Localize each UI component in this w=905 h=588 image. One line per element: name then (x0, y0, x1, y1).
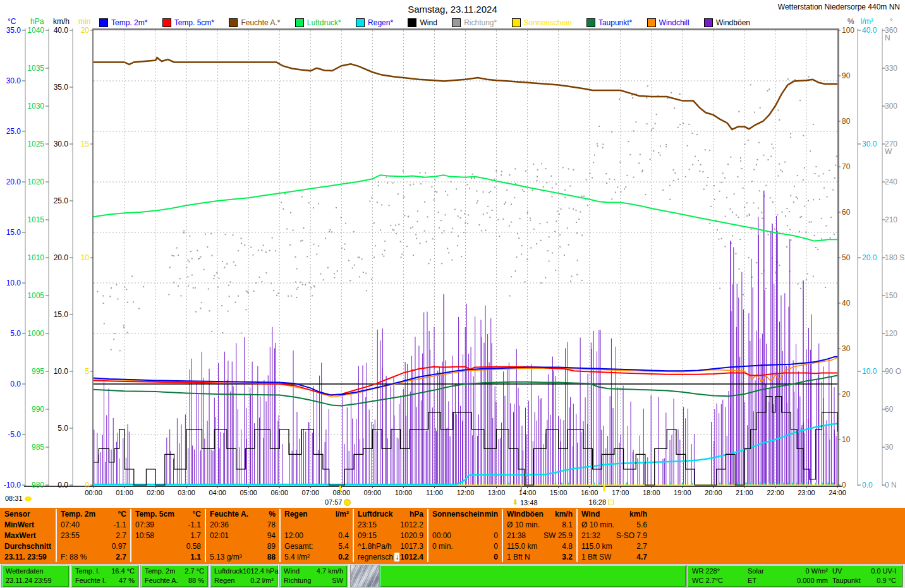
column-header-regen: Regenl/m² (280, 510, 353, 520)
axis-c-tick-label: 30.0 (0, 77, 21, 85)
status-section-weather-icon (350, 565, 379, 587)
cell-temp-5cm-r4: 1.1 (131, 553, 205, 563)
status-label: Richtung (284, 577, 311, 584)
x-axis-label: 15:00 (545, 489, 573, 496)
status-row: ET0.000 mm (748, 577, 828, 584)
column-divider (130, 509, 131, 562)
cell-temp-2m-r2: 23:552.7 (56, 531, 131, 541)
statistics-table: SensorMinWertMaxWertDurchschnitt23.11. 2… (0, 507, 905, 565)
status-value: 88 % (188, 577, 204, 584)
axis-c-tick-label: 15.0 (0, 229, 21, 236)
axis-l-m-tick-label: 20.0 (862, 254, 877, 261)
status-value: 16.4 °C (111, 567, 135, 575)
axis-unit-min: min (78, 18, 90, 25)
cell-label: 1 Bft SW (581, 553, 611, 563)
status-row: Solar0 W/m² (748, 567, 828, 575)
cell-label: Durchschnitt (4, 542, 51, 552)
axis-unit-: % (847, 18, 854, 25)
x-axis-label: 06:00 (265, 489, 293, 496)
cell-windb-en-r1: Ø 10 min.8.1 (502, 520, 577, 531)
axis-l-m-tick-label: 0.0 (862, 481, 873, 489)
cell-value: 5.6 (636, 520, 647, 531)
axis-hpa-tick-label: 1015 (9, 216, 44, 224)
column-header-temp-5cm: Temp. 5cm°C (131, 510, 205, 520)
marker-time: 08:31 (5, 495, 23, 502)
cell-label: Luftdruck (358, 510, 392, 520)
cell-value: hPa (410, 510, 423, 520)
cell-label: regnerisch (358, 553, 393, 563)
x-axis-label: 04:00 (203, 489, 231, 496)
axis-min-tick-label: 10 (54, 254, 89, 261)
cell-label: 00:00 (432, 531, 451, 541)
cell-label: 5.4 l/m² (284, 553, 310, 563)
rain-clouds-icon (351, 565, 379, 587)
x-axis-label: 03:00 (173, 489, 200, 496)
axis-km-h-tick-label: 15.0 (33, 311, 68, 318)
cell-sonnenschein-r4: 0 (428, 553, 502, 563)
cell-luftdruck-r2: 09:151020.9 (353, 531, 428, 541)
status-label: Wind (284, 567, 300, 575)
cell-value: -1.1 (113, 520, 126, 531)
axis--tick-label: 210 (885, 216, 897, 224)
cell-label: 20:36 (210, 520, 229, 531)
cell-wind-r2: 21:32S-SO 7.9 (577, 531, 652, 541)
column-divider (502, 509, 503, 562)
x-axis-label: 12:00 (452, 489, 480, 496)
x-axis-label: 07:00 (296, 489, 324, 496)
status-row: Taupunkt0.9 °C (832, 577, 896, 584)
cell-temp-2m-r3: 0.97 (56, 542, 131, 552)
cell-label: 02:01 (210, 531, 229, 541)
column-header-windb-en: Windböenkm/h (502, 510, 577, 520)
cell-temp-2m-r1: 07:40-1.1 (56, 520, 131, 531)
row-label-maxwert: MaxWert (0, 531, 56, 541)
status-value: 4.7 km/h (317, 567, 343, 575)
cell-label: 12:00 (284, 531, 303, 541)
axis-l-m-tick-label: 10.0 (862, 368, 877, 375)
status-section-wind: Wind4.7 km/hRichtungSW (279, 565, 348, 587)
cell-sonnenschein-r2: 00:000 (428, 531, 502, 541)
axis-km-h-tick-label: 5.0 (33, 424, 68, 432)
axis--tick-label: 50 (842, 254, 850, 261)
cell-value: 0.2 (338, 553, 349, 563)
cell-value: km/h (629, 510, 647, 520)
pressure-drop-marker: ⬇13:48 (513, 498, 538, 507)
cell-value: 1.1 (190, 553, 201, 563)
axis--tick-label: 60 (842, 208, 850, 216)
cell-feuchte-a-r3: 89 (205, 542, 280, 552)
status-label: ET (748, 577, 756, 584)
cell-value: 1017.3 (400, 542, 423, 552)
axis--tick-label: 90 O (885, 368, 901, 375)
cell-label: 10:58 (135, 531, 154, 541)
status-value: 0.000 mm (797, 577, 828, 584)
cell-regen-r3: Gesamt:5.4 (280, 542, 353, 552)
axis--tick-label: 30 (885, 443, 893, 451)
column-divider (576, 509, 578, 562)
cell-regen-r2: 12:000.4 (280, 531, 353, 541)
column-header-temp-2m: Temp. 2m°C (56, 510, 131, 520)
axis-min-tick-label: 20 (54, 27, 89, 34)
row-label-sensor: Sensor (0, 510, 56, 520)
sun-icon (344, 499, 351, 506)
cell-value: 88 (267, 553, 276, 563)
cell-luftdruck-r4: regnerisch↓1012.4 (353, 553, 428, 563)
cell-temp-5cm-r1: 07:39-1.1 (131, 520, 205, 531)
x-axis-label: 14:00 (514, 489, 542, 496)
axis--tick-label: 240 (885, 178, 897, 186)
cell-label: 115.0 km (581, 542, 612, 552)
cell-label: 21:32 (581, 531, 600, 541)
column-divider (56, 509, 57, 562)
cell-label: Temp. 2m (61, 510, 95, 520)
cell-label: Sonnenschein (432, 510, 484, 520)
column-header-sonnenschein: Sonnenscheinmin (428, 510, 502, 520)
axis-c-tick-label: 10.0 (0, 279, 21, 287)
cell-value: 2.7 (116, 531, 126, 541)
cell-label: Regen (284, 510, 308, 520)
cell-value: S-SO 7.9 (616, 531, 647, 541)
axis--tick-label: 330 (885, 64, 897, 72)
cell-windb-en-r2: 21:38SW 25.9 (502, 531, 577, 541)
status-row: Feuchte I.47 % (75, 577, 135, 584)
cell-label: 23.11. 23:59 (4, 553, 47, 563)
weather-app-window: Samstag, 23.11.2024 Wetterstation Nieder… (0, 0, 905, 588)
cell-label: F: 88 % (61, 553, 87, 563)
status-value: 0.0 UV-I (871, 567, 896, 575)
